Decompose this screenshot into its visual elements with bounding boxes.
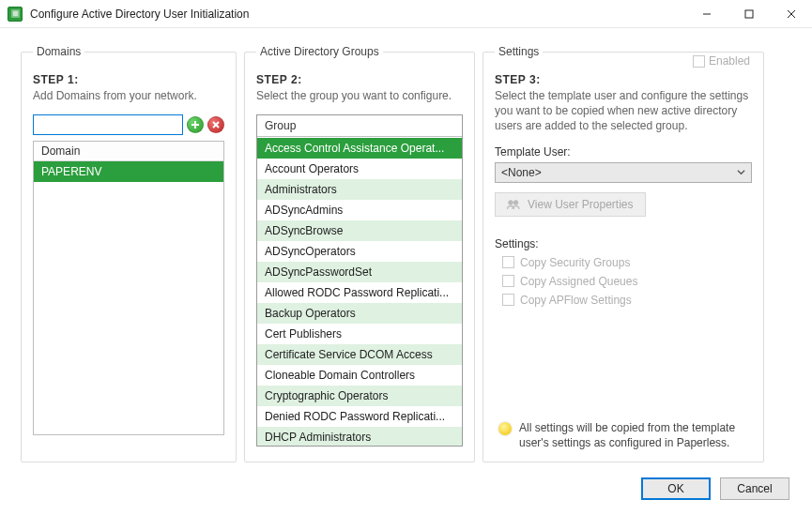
settings-check-label: Copy Security Groups [520, 256, 630, 269]
cancel-button[interactable]: Cancel [720, 477, 789, 500]
group-row[interactable]: Administrators [257, 179, 462, 200]
settings-check-row: Copy Security Groups [502, 256, 752, 269]
chevron-down-icon [737, 166, 745, 179]
enabled-label: Enabled [709, 54, 750, 68]
view-user-properties-button: View User Properties [495, 192, 646, 217]
template-user-label: Template User: [495, 145, 752, 159]
close-button[interactable] [770, 0, 812, 28]
tip-row: All settings will be copied from the tem… [498, 420, 750, 450]
lightbulb-icon [498, 422, 512, 435]
maximize-button[interactable] [728, 0, 770, 28]
domain-input[interactable] [33, 114, 183, 135]
settings-check-label: Copy Assigned Queues [520, 275, 637, 288]
step2-desc: Select the group you want to configure. [256, 88, 463, 103]
checkbox-icon [502, 256, 514, 268]
groups-legend: Active Directory Groups [256, 45, 383, 58]
users-icon [507, 199, 520, 210]
domain-list[interactable]: Domain PAPERENV [33, 141, 224, 435]
ok-button[interactable]: OK [641, 477, 711, 500]
domains-legend: Domains [33, 45, 84, 58]
step1-desc: Add Domains from your network. [33, 88, 224, 103]
group-row[interactable]: Cloneable Domain Controllers [257, 365, 462, 386]
tip-text: All settings will be copied from the tem… [519, 420, 750, 450]
settings-check-row: Copy Assigned Queues [502, 275, 752, 288]
group-list[interactable]: Group Access Control Assistance Operat..… [256, 114, 463, 447]
group-row[interactable]: DHCP Administrators [257, 427, 462, 446]
group-row[interactable]: ADSyncBrowse [257, 220, 462, 241]
settings-legend: Settings [495, 45, 543, 58]
settings-check-label: Copy APFlow Settings [520, 294, 632, 307]
group-row[interactable]: Access Control Assistance Operat... [257, 138, 462, 159]
group-row[interactable]: ADSyncAdmins [257, 200, 462, 220]
step3-desc: Select the template user and configure t… [495, 88, 752, 134]
checkbox-icon [502, 275, 514, 287]
svg-point-9 [509, 200, 513, 204]
settings-panel: Settings Enabled STEP 3: Select the temp… [483, 45, 764, 462]
checkbox-icon [693, 55, 705, 68]
checkbox-icon [502, 294, 514, 306]
svg-point-10 [513, 200, 518, 204]
remove-domain-button[interactable] [207, 116, 224, 133]
settings-check-row: Copy APFlow Settings [502, 294, 752, 307]
group-row[interactable]: Denied RODC Password Replicati... [257, 406, 462, 427]
window-title: Configure Active Directory User Initiali… [30, 8, 685, 21]
step1-header: STEP 1: [33, 73, 224, 86]
group-row[interactable]: ADSyncOperators [257, 241, 462, 262]
add-domain-button[interactable] [187, 116, 204, 133]
group-row[interactable]: ADSyncPasswordSet [257, 262, 462, 282]
settings-sub-label: Settings: [495, 237, 752, 250]
group-row[interactable]: Allowed RODC Password Replicati... [257, 282, 462, 303]
domains-panel: Domains STEP 1: Add Domains from your ne… [21, 45, 237, 462]
template-user-value: <None> [501, 166, 542, 179]
view-user-properties-label: View User Properties [528, 198, 634, 211]
svg-rect-2 [745, 10, 753, 18]
group-list-header: Group [257, 115, 462, 137]
step2-header: STEP 2: [256, 73, 463, 86]
group-row[interactable]: Cert Publishers [257, 324, 462, 344]
group-row[interactable]: Backup Operators [257, 303, 462, 324]
template-user-dropdown[interactable]: <None> [495, 162, 752, 183]
group-row[interactable]: Cryptographic Operators [257, 386, 462, 406]
domain-row[interactable]: PAPERENV [34, 161, 223, 182]
minimize-button[interactable] [685, 0, 728, 28]
group-row[interactable]: Certificate Service DCOM Access [257, 344, 462, 365]
step3-header: STEP 3: [495, 73, 752, 86]
groups-panel: Active Directory Groups STEP 2: Select t… [244, 45, 475, 462]
enabled-checkbox[interactable]: Enabled [689, 54, 754, 68]
domain-list-header: Domain [34, 142, 223, 161]
app-icon [8, 7, 23, 22]
title-bar: Configure Active Directory User Initiali… [0, 0, 812, 28]
dialog-footer: OK Cancel [0, 470, 812, 500]
group-row[interactable]: Account Operators [257, 159, 462, 179]
